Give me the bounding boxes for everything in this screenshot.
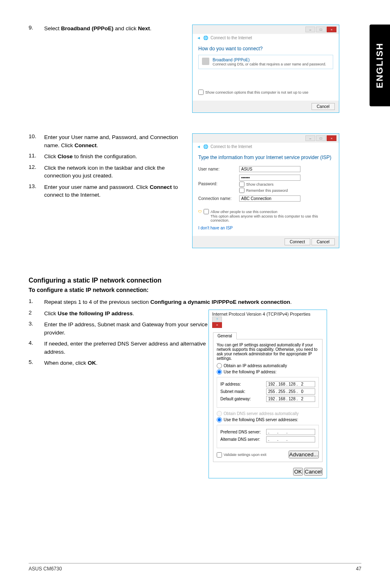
breadcrumb: Connect to the Internet xyxy=(211,36,252,40)
password-input[interactable] xyxy=(239,175,300,181)
step-text: Enter your User name and, Password, and … xyxy=(44,133,192,149)
step-text: Click the network icon in the taskbar an… xyxy=(44,164,192,180)
description-text: You can get IP settings assigned automat… xyxy=(217,343,319,361)
minimize-button[interactable]: – xyxy=(305,27,315,32)
section-subheading: To configure a static IP network connect… xyxy=(29,287,361,293)
use-following-radio[interactable] xyxy=(217,369,222,375)
obtain-dns-radio xyxy=(217,411,222,416)
close-button[interactable]: × xyxy=(327,135,336,141)
globe-icon: 🌐 xyxy=(203,144,208,149)
globe-icon: 🌐 xyxy=(203,36,208,40)
modem-icon xyxy=(202,58,209,65)
footer-page: 47 xyxy=(356,566,361,572)
cancel-button[interactable]: Cancel xyxy=(312,238,335,245)
allow-subtext: This option allows anyone with access to… xyxy=(211,214,333,222)
adns-input[interactable] xyxy=(266,436,315,442)
cancel-button[interactable]: Cancel xyxy=(312,103,335,110)
back-icon[interactable]: ◄ xyxy=(197,36,201,40)
validate-checkbox[interactable] xyxy=(217,452,222,458)
connect-button[interactable]: Connect xyxy=(285,238,310,245)
pppoe-option[interactable]: Broadband (PPPoE) Connect using DSL or c… xyxy=(198,55,333,69)
use-dns-radio[interactable] xyxy=(217,417,222,422)
close-button[interactable]: × xyxy=(212,322,222,328)
step-text: Click Use the following IP address. xyxy=(44,310,208,318)
connect-dialog-2: – □ × ◄ 🌐 Connect to the Internet Type t… xyxy=(192,133,339,248)
step-text: Repeat steps 1 to 4 of the previous sect… xyxy=(44,298,339,306)
ip-label: IP address: xyxy=(220,382,241,386)
step-number: 9. xyxy=(29,25,44,33)
ip-input[interactable] xyxy=(266,381,315,387)
maximize-button[interactable]: □ xyxy=(316,27,326,32)
mask-input[interactable] xyxy=(266,388,315,395)
mask-label: Subnet mask: xyxy=(220,389,245,394)
language-tab: ENGLISH xyxy=(370,25,390,106)
step-number: 10. xyxy=(29,133,44,149)
step-number: 3. xyxy=(29,321,44,337)
step-text: When done, click OK. xyxy=(44,359,208,367)
pdns-input[interactable] xyxy=(266,429,315,435)
shield-icon: 🛡 xyxy=(198,210,202,214)
step-number: 11. xyxy=(29,153,44,161)
step-number: 5. xyxy=(29,359,44,367)
connection-name-label: Connection name: xyxy=(198,196,235,201)
no-isp-link[interactable]: I don't have an ISP xyxy=(198,226,233,230)
step-number: 1. xyxy=(29,298,44,306)
step-text: Enter the IP address, Subnet mask and Ga… xyxy=(44,321,208,337)
step-number: 12. xyxy=(29,164,44,180)
advanced-button[interactable]: Advanced... xyxy=(289,451,319,458)
password-label: Password: xyxy=(198,182,235,186)
connection-name-input[interactable] xyxy=(239,195,300,202)
close-button[interactable]: × xyxy=(327,27,336,32)
dialog-title: Internet Protocol Version 4 (TCP/IPv4) P… xyxy=(212,312,310,316)
username-label: User name: xyxy=(198,167,235,171)
step-number: 13. xyxy=(29,183,44,199)
step-text: If needed, enter the preferred DNS Serve… xyxy=(44,340,208,356)
minimize-button[interactable]: – xyxy=(305,135,315,141)
step-text: Enter your user name and password. Click… xyxy=(44,183,192,199)
username-input[interactable] xyxy=(239,166,300,172)
cancel-button[interactable]: Cancel xyxy=(304,468,323,476)
step-text: Click Close to finish the configuration. xyxy=(44,153,192,161)
allow-others-checkbox[interactable] xyxy=(204,209,209,214)
help-button[interactable]: ? xyxy=(212,316,222,322)
pdns-label: Preferred DNS server: xyxy=(220,430,261,434)
show-options-checkbox[interactable] xyxy=(198,90,204,95)
dialog-heading: How do you want to connect? xyxy=(198,46,333,52)
ok-button[interactable]: OK xyxy=(293,468,303,476)
dialog-heading: Type the information from your Internet … xyxy=(198,155,333,160)
step-number: 2 xyxy=(29,310,44,318)
gateway-input[interactable] xyxy=(266,396,315,402)
show-chars-checkbox[interactable] xyxy=(239,182,244,187)
section-heading: Configuring a static IP network connecti… xyxy=(29,277,361,284)
obtain-auto-radio[interactable] xyxy=(217,363,222,368)
ipv4-properties-dialog: Internet Protocol Version 4 (TCP/IPv4) P… xyxy=(208,310,327,478)
adns-label: Alternate DNS server: xyxy=(220,437,260,442)
tab-general[interactable]: General xyxy=(213,332,237,339)
gateway-label: Default gateway: xyxy=(220,397,251,401)
remember-checkbox[interactable] xyxy=(239,188,244,193)
maximize-button[interactable]: □ xyxy=(316,135,326,141)
breadcrumb: Connect to the Internet xyxy=(211,144,252,149)
step-number: 4. xyxy=(29,340,44,356)
step-text: Select Broadband (PPPoE) and click Next. xyxy=(44,25,192,33)
back-icon[interactable]: ◄ xyxy=(197,144,201,149)
connect-dialog-1: – □ × ◄ 🌐 Connect to the Internet How do… xyxy=(192,25,339,113)
footer-product: ASUS CM6730 xyxy=(29,566,62,572)
